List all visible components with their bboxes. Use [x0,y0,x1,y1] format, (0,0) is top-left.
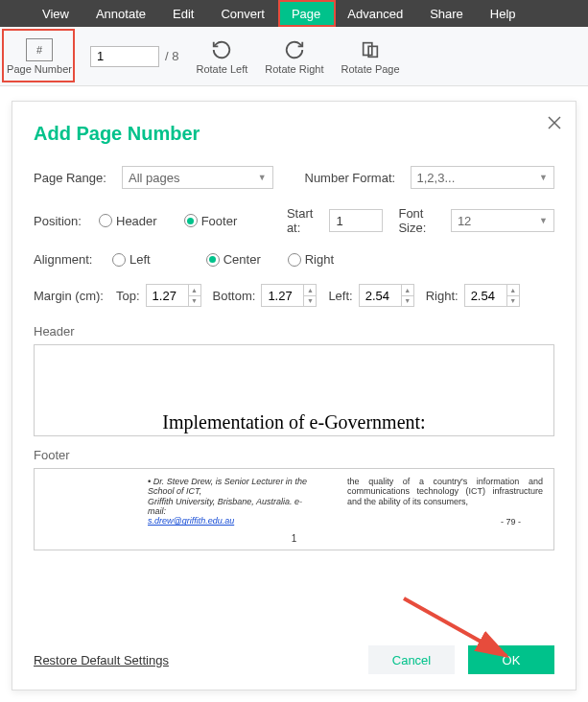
spin-up-icon[interactable]: ▲ [304,285,316,296]
number-format-label: Number Format: [305,171,401,185]
restore-defaults-link[interactable]: Restore Default Settings [34,653,169,667]
margin-right-input[interactable]: ▲▼ [464,284,520,307]
position-footer-radio[interactable]: Footer [184,214,238,228]
alignment-center-text: Center [223,252,261,267]
dialog-title: Add Page Number [34,123,554,145]
rotate-left-label: Rotate Left [196,63,247,75]
page-number-label: Page Number [7,63,72,75]
ok-button[interactable]: OK [468,645,554,674]
menu-help[interactable]: Help [477,0,529,27]
margin-top-input[interactable]: ▲▼ [146,284,201,307]
page-number-input[interactable] [90,46,159,67]
page-number-button[interactable]: # Page Number [6,27,73,85]
spin-up-icon[interactable]: ▲ [507,285,519,296]
position-header-text: Header [116,214,157,228]
rotate-left-button[interactable]: Rotate Left [196,27,247,85]
margin-left-input[interactable]: ▲▼ [359,284,414,307]
position-label: Position: [34,214,89,228]
footer-left-line1: Dr. Steve Drew, is Senior Lecturer in th… [148,477,307,496]
chevron-down-icon: ▼ [539,216,548,225]
margin-label: Margin (cm): [34,289,110,303]
page-range-value: All pages [129,171,179,185]
alignment-left-text: Left [129,252,151,267]
rotate-page-icon [359,38,382,61]
spin-down-icon[interactable]: ▼ [189,296,200,307]
margin-top-label: Top: [116,289,140,303]
position-footer-text: Footer [201,214,238,228]
font-size-value: 12 [458,214,471,228]
rotate-page-label: Rotate Page [341,63,399,75]
menubar: View Annotate Edit Convert Page Advanced… [0,0,588,27]
footer-page-number-center: 1 [292,533,297,544]
page-total: / 8 [165,49,178,63]
margin-left-label: Left: [328,289,352,303]
footer-left-line2: Griffith University, Brisbane, Australia… [148,497,320,517]
menu-advanced[interactable]: Advanced [334,0,416,27]
font-size-select[interactable]: 12▼ [451,209,554,232]
svg-rect-0 [364,42,372,55]
alignment-left-radio[interactable]: Left [112,252,151,267]
margin-bottom-field[interactable] [261,284,303,307]
spin-down-icon[interactable]: ▼ [402,296,413,307]
font-size-label: Font Size: [398,206,440,235]
chevron-down-icon: ▼ [539,173,548,182]
margin-right-field[interactable] [464,284,506,307]
footer-preview-right: the quality of a country's information a… [347,477,543,506]
page-range-label: Page Range: [34,171,112,185]
footer-preview-left: • Dr. Steve Drew, is Senior Lecturer in … [148,477,320,526]
footer-page-number-right: - 79 - [501,517,521,526]
start-at-input[interactable] [329,209,383,232]
footer-preview: • Dr. Steve Drew, is Senior Lecturer in … [34,468,554,550]
menu-annotate[interactable]: Annotate [82,0,159,27]
margin-left-field[interactable] [359,284,401,307]
rotate-right-label: Rotate Right [265,63,323,75]
rotate-right-button[interactable]: Rotate Right [265,27,323,85]
margin-bottom-input[interactable]: ▲▼ [261,284,317,307]
rotate-page-button[interactable]: Rotate Page [341,27,399,85]
spin-up-icon[interactable]: ▲ [189,285,200,296]
alignment-right-radio[interactable]: Right [288,252,334,267]
chevron-down-icon: ▼ [258,173,267,182]
menu-view[interactable]: View [29,0,82,27]
spin-up-icon[interactable]: ▲ [402,285,413,296]
menu-page[interactable]: Page [278,0,334,27]
margin-top-field[interactable] [146,284,188,307]
close-button[interactable] [547,115,562,133]
cancel-button[interactable]: Cancel [368,645,455,674]
rotate-left-icon [210,38,233,61]
alignment-label: Alignment: [34,252,103,267]
page-range-select[interactable]: All pages▼ [122,166,273,189]
menu-share[interactable]: Share [416,0,477,27]
menu-edit[interactable]: Edit [159,0,207,27]
start-at-label: Start at: [287,206,320,235]
header-preview: Implementation of e-Government: [34,344,554,436]
spin-down-icon[interactable]: ▼ [304,296,316,307]
page-input-group: / 8 [90,46,178,67]
spin-down-icon[interactable]: ▼ [507,296,519,307]
header-section-label: Header [34,324,554,339]
margin-right-label: Right: [426,289,459,303]
add-page-number-dialog: Add Page Number Page Range: All pages▼ N… [12,101,576,690]
footer-section-label: Footer [34,448,554,462]
margin-bottom-label: Bottom: [213,289,256,303]
page-number-icon: # [26,38,53,61]
header-preview-title: Implementation of e-Government: [162,411,425,433]
alignment-center-radio[interactable]: Center [206,252,261,267]
alignment-right-text: Right [305,252,334,267]
number-format-value: 1,2,3... [417,171,456,185]
footer-left-email: s.drew@griffith.edu.au [148,516,234,526]
number-format-select[interactable]: 1,2,3...▼ [411,166,554,189]
rotate-right-icon [283,38,306,61]
position-header-radio[interactable]: Header [99,214,157,228]
toolbar: # Page Number / 8 Rotate Left Rotate Rig… [0,27,588,86]
menu-convert[interactable]: Convert [207,0,278,27]
